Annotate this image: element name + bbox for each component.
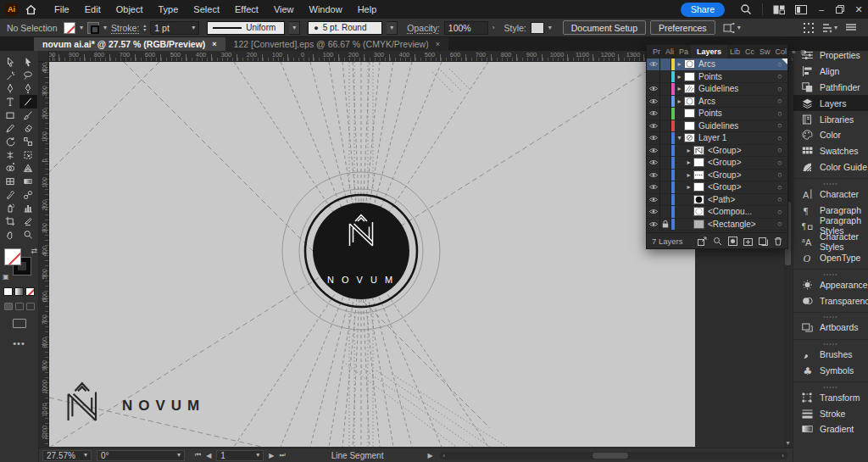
style-chevron-icon[interactable]: ▾ [548,25,552,31]
artboard[interactable]: N O V U M NOVUM [49,62,695,447]
pen-tool[interactable] [2,81,19,95]
guide-line[interactable] [449,69,470,89]
novum-badge[interactable]: N O V U M [305,195,417,307]
restore-button[interactable] [831,0,849,19]
guide-line[interactable] [124,62,490,428]
pencil-tool[interactable] [2,121,19,135]
layer-thumbnail[interactable] [684,109,695,118]
menu-file[interactable]: File [47,0,77,19]
dock-item-color[interactable]: Color [793,127,868,143]
dock-item-brushes[interactable]: Brushes [793,347,868,363]
width-tool[interactable] [2,148,19,162]
opacity-link[interactable]: Opacity: [407,23,440,33]
dock-item-libraries[interactable]: Libraries [793,111,868,127]
delete-layer-icon[interactable] [774,237,782,246]
guide-line[interactable] [346,364,456,447]
layer-thumbnail[interactable] [684,97,695,106]
panel-tab-layers[interactable]: Layers [691,45,727,58]
lock-toggle[interactable] [660,145,671,157]
dock-group-handle[interactable]: ••••• [793,178,868,186]
rotate-tool[interactable] [2,135,19,148]
target-circle-icon[interactable]: ○ [772,170,787,179]
layer-name[interactable]: <Group> [708,146,772,155]
panel-tab-ali[interactable]: Ali [663,45,676,58]
visibility-eye-icon[interactable] [647,206,660,218]
guide-line[interactable] [49,62,159,172]
dock-item-opentype[interactable]: O OpenType [793,250,868,266]
lock-icon[interactable] [660,219,671,231]
layer-row[interactable]: <Path> ○ [647,194,787,207]
close-button[interactable]: ✕ [849,0,868,19]
layer-thumbnail[interactable] [684,133,695,142]
clipping-mask-icon[interactable] [728,237,737,246]
layer-thumbnail[interactable] [684,59,695,69]
next-artboard-icon[interactable]: ▶ [269,452,274,459]
expand-arrow-icon[interactable]: ▸ [684,171,693,179]
layer-name[interactable]: Arcs [698,59,772,69]
target-circle-icon[interactable]: ○ [772,208,787,216]
layer-row[interactable]: ▸ <Group> ○ [647,145,787,158]
panel-sort-icon[interactable]: ▾ [822,23,837,33]
stroke-weight-field[interactable]: 1 pt▾ [150,21,199,35]
shape-builder-tool[interactable] [2,162,19,175]
brush-chevron-icon[interactable]: ▾ [387,21,398,35]
expand-arrow-icon[interactable]: ▸ [675,60,684,68]
layer-row[interactable]: ▸ Arcs ○ [647,96,787,109]
hand-tool[interactable] [2,228,19,242]
fill-chevron-icon[interactable]: ▾ [80,25,83,31]
menu-type[interactable]: Type [151,0,186,19]
horizontal-scroll-thumb[interactable] [593,453,628,459]
stroke-chevron-icon[interactable]: ▾ [103,25,107,31]
visibility-eye-icon[interactable] [647,157,660,169]
layer-row[interactable]: ▸ Guidelines ○ [647,83,787,96]
prev-artboard-icon[interactable]: ◀ [206,452,211,459]
lasso-tool[interactable] [19,69,37,82]
menu-view[interactable]: View [266,0,302,19]
corner-logo[interactable]: NOVUM [69,383,206,420]
target-circle-icon[interactable]: ○ [772,121,787,130]
expand-arrow-icon[interactable]: ▸ [684,159,693,166]
brush-dropdown[interactable]: ● 5 pt. Round [308,21,382,35]
dock-group-handle[interactable]: ••••• [793,339,868,347]
screen-mode-button[interactable] [13,319,26,328]
visibility-eye-icon[interactable] [647,170,660,181]
visibility-eye-icon[interactable] [647,145,660,157]
visibility-eye-icon[interactable] [647,120,660,132]
visibility-eye-icon[interactable] [647,96,660,108]
expand-arrow-icon[interactable]: ▸ [675,85,684,92]
close-tab-icon[interactable]: × [212,40,216,48]
guide-line[interactable] [376,370,490,447]
dock-group-handle[interactable]: ••••• [793,381,868,389]
visibility-eye-icon[interactable] [647,132,660,144]
panel-tab-pr[interactable]: Pr [650,45,663,58]
dock-item-swatches[interactable]: Swatches [793,143,868,159]
lock-toggle[interactable] [660,108,671,120]
lock-toggle[interactable] [660,71,671,83]
visibility-eye-icon[interactable] [647,194,660,206]
menu-window[interactable]: Window [302,0,350,19]
target-circle-icon[interactable]: ○ [772,195,787,203]
gradient-button[interactable] [14,287,24,296]
target-circle-icon[interactable]: ○ [772,85,787,93]
target-circle-icon[interactable]: ○ [772,146,787,154]
arrange-documents-icon[interactable] [768,0,790,19]
rotation-field[interactable]: 0°▾ [97,450,185,461]
dock-item-color-guide[interactable]: Color Guide [793,159,868,175]
dock-item-gradient[interactable]: Gradient [793,421,868,437]
layer-row[interactable]: ▸ Points ○ [647,71,787,84]
profile-chevron-icon[interactable]: ▾ [289,21,300,35]
none-button[interactable] [25,287,35,296]
horizontal-scrollbar[interactable]: ‹ › [440,452,787,459]
draw-normal-icon[interactable] [4,303,13,310]
artboard-number-field[interactable]: 1▾ [216,450,264,461]
visibility-eye-icon[interactable] [647,83,660,95]
select-similar-dropdown[interactable]: ▾ [723,23,741,33]
visibility-eye-icon[interactable] [647,181,660,193]
dock-item-align[interactable]: Align [793,64,868,80]
visibility-toggle[interactable] [647,71,660,83]
layer-row[interactable]: Guidelines ○ [647,120,787,133]
layer-thumbnail[interactable] [693,158,704,167]
panel-tab-lib[interactable]: Lib [727,45,743,58]
guide-line[interactable] [432,72,453,92]
layer-row[interactable]: <Compou... ○ [647,206,787,219]
